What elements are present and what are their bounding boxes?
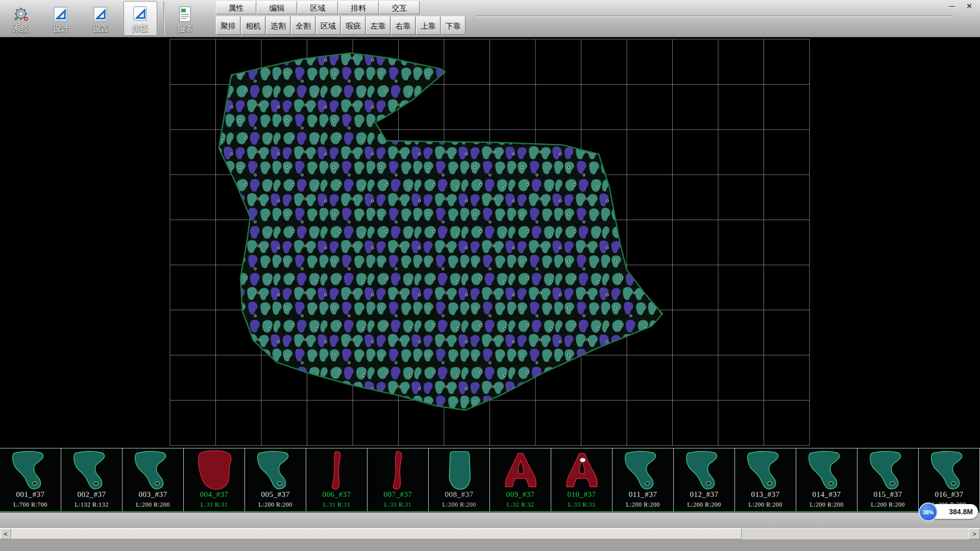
tool-button-4[interactable]: 全割 [291, 16, 315, 35]
app-button-label: 报表 [177, 24, 193, 35]
piece-thumbnail-001_#37[interactable]: 001_#37L:700 R:700 [0, 448, 61, 511]
app-button-settings[interactable]: 设置 [84, 1, 117, 36]
piece-counts: L:200 R:200 [857, 501, 918, 509]
progress-circle: 38% [919, 503, 938, 521]
piece-thumbnail-006_#37[interactable]: 006_#37L:31 R:31 [306, 448, 368, 511]
tool-button-5[interactable]: 区域 [316, 16, 340, 35]
tool-button-8[interactable]: 右靠 [391, 16, 415, 35]
piece-thumbnail-004_#37[interactable]: 004_#37L:31 R:31 [184, 448, 245, 511]
app-button-report[interactable]: 报表 [168, 1, 202, 36]
piece-counts: L:200 R:200 [122, 501, 183, 509]
piece-thumbnail-011_#37[interactable]: 011_#37L:200 R:200 [612, 448, 674, 511]
app-button-design[interactable]: 设计 [44, 1, 78, 36]
piece-counts: L:200 R:200 [245, 501, 306, 509]
tool-button-3[interactable]: 选割 [266, 16, 290, 35]
toolbar: 系统 设计 设置 排版 [0, 0, 980, 37]
piece-counts: L:33 R:33 [551, 501, 612, 509]
piece-strip: 001_#37L:700 R:700002_#37L:132 R:132003_… [0, 448, 980, 512]
piece-name: 006_#37 [306, 490, 367, 499]
piece-counts: L:200 R:200 [612, 501, 673, 509]
piece-counts: L:31 R:31 [306, 501, 367, 509]
bottom-band [0, 539, 980, 551]
tool-button-10[interactable]: 下靠 [441, 16, 465, 35]
horizontal-scrollbar[interactable]: < > [0, 528, 980, 539]
tool-button-2[interactable]: 相机 [241, 16, 265, 35]
piece-name: 009_#37 [490, 490, 551, 499]
minimize-button[interactable]: ─ [946, 1, 958, 11]
app-button-label: 系统 [13, 24, 29, 35]
piece-thumbnail-002_#37[interactable]: 002_#37L:132 R:132 [61, 448, 122, 511]
piece-shape [188, 450, 241, 492]
close-button[interactable]: ✕ [964, 1, 975, 11]
piece-counts: L:31 R:31 [184, 501, 244, 509]
set-square-icon [52, 5, 70, 23]
piece-thumbnail-012_#37[interactable]: 012_#37L:200 R:200 [674, 448, 735, 511]
piece-counts: L:200 R:200 [796, 501, 857, 509]
piece-name: 008_#37 [429, 490, 489, 499]
piece-shape [127, 450, 180, 492]
toolbar-divider [163, 2, 165, 35]
scrollbar-thumb[interactable] [12, 529, 742, 539]
piece-shape [249, 450, 302, 492]
scroll-right-button[interactable]: > [969, 529, 980, 539]
piece-thumbnail-008_#37[interactable]: 008_#37L:200 R:200 [429, 448, 490, 511]
piece-shape [65, 450, 118, 492]
piece-counts: L:132 R:132 [61, 501, 122, 509]
menu-tab-3[interactable]: 区域 [298, 1, 338, 14]
piece-shape [678, 450, 731, 492]
canvas-viewport[interactable] [0, 37, 980, 448]
app-button-label: 设计 [53, 24, 69, 35]
piece-name: 002_#37 [61, 490, 122, 499]
piece-shape [800, 450, 853, 492]
piece-name: 003_#37 [122, 490, 183, 499]
menu-tab-4[interactable]: 排料 [338, 1, 379, 14]
tool-button-1[interactable]: 聚排 [216, 16, 240, 35]
piece-name: 013_#37 [735, 490, 796, 499]
app-button-label: 设置 [92, 24, 109, 35]
menu-tab-5[interactable]: 交互 [379, 1, 420, 14]
menu-tab-2[interactable]: 编辑 [257, 1, 297, 14]
app-button-nesting[interactable]: 排版 [124, 1, 157, 36]
piece-counts: L:200 R:200 [735, 501, 796, 509]
piece-shape [923, 450, 976, 492]
piece-thumbnail-007_#37[interactable]: 007_#37L:31 R:31 [368, 448, 429, 511]
leather-hide-shape[interactable] [219, 53, 663, 410]
toolbar-groove [477, 15, 952, 17]
tool-button-6[interactable]: 瑕疵 [341, 16, 365, 35]
tool-button-9[interactable]: 上靠 [416, 16, 440, 35]
piece-shape [310, 450, 363, 492]
app-button-label: 排版 [132, 23, 149, 34]
piece-name: 007_#37 [368, 490, 428, 499]
piece-shape [4, 450, 57, 492]
piece-thumbnail-014_#37[interactable]: 014_#37L:200 R:200 [796, 448, 857, 511]
application-window: 系统 设计 设置 排版 [0, 0, 980, 551]
piece-shape [739, 450, 792, 492]
piece-name: 015_#37 [857, 490, 918, 499]
report-icon [176, 5, 194, 23]
window-controls: ─ ✕ [946, 1, 975, 11]
scroll-left-button[interactable]: < [0, 529, 11, 539]
piece-thumbnail-003_#37[interactable]: 003_#37L:200 R:200 [122, 448, 184, 511]
piece-thumbnail-013_#37[interactable]: 013_#37L:200 R:200 [735, 448, 796, 511]
menu-tab-row: 属性编辑区域排料交互 [216, 1, 420, 14]
piece-name: 012_#37 [674, 490, 734, 499]
piece-name: 004_#37 [184, 490, 244, 499]
piece-shape [862, 450, 915, 492]
piece-thumbnail-010_#37[interactable]: 010_#37L:33 R:33 [551, 448, 612, 511]
tool-button-row: 聚排相机选割全割区域瑕疵左靠右靠上靠下靠 [216, 16, 465, 35]
piece-counts: L:700 R:700 [0, 501, 61, 509]
piece-counts: L:32 R:32 [490, 501, 551, 509]
piece-name: 011_#37 [612, 490, 673, 499]
piece-thumbnail-009_#37[interactable]: 009_#37L:32 R:32 [490, 448, 551, 511]
piece-counts: L:200 R:200 [429, 501, 489, 509]
app-button-system[interactable]: 系统 [4, 1, 38, 36]
menu-tab-1[interactable]: 属性 [216, 1, 256, 14]
tool-button-7[interactable]: 左靠 [366, 16, 390, 35]
piece-thumbnail-005_#37[interactable]: 005_#37L:200 R:200 [245, 448, 306, 511]
piece-name: 016_#37 [919, 490, 979, 499]
piece-thumbnail-015_#37[interactable]: 015_#37L:200 R:200 [857, 448, 919, 511]
piece-counts: L:200 R:200 [674, 501, 734, 509]
piece-shape [372, 450, 425, 492]
piece-name: 014_#37 [796, 490, 857, 499]
set-square-icon [91, 5, 110, 23]
